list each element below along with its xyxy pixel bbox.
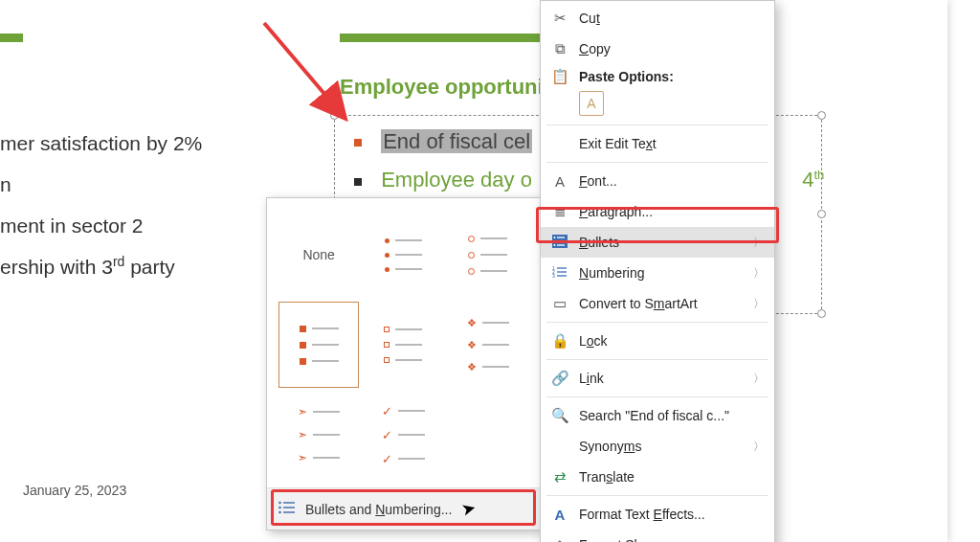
gallery-footer-label: Bullets and Numbering... [305,502,452,517]
lock-icon: 🔒 [550,332,569,350]
section-title: Employee opportuni [340,75,544,100]
bullets-grid: None ❖ ❖ ❖ ➣ ➣ ➣ [267,198,540,482]
left-list-item: ment in sector 2 [0,205,202,246]
separator [546,495,768,496]
ctx-translate[interactable]: ⇄ Translate [541,462,774,492]
bullets-gallery[interactable]: None ❖ ❖ ❖ ➣ ➣ ➣ [266,197,541,531]
bullet-option-hollow-square[interactable] [363,302,443,388]
left-bullet-list: mer satisfaction by 2% n ment in sector … [0,123,202,287]
ctx-link[interactable]: 🔗 Link 〉 [541,363,774,394]
separator [546,162,768,163]
submenu-arrow-icon: 〉 [753,265,765,282]
ctx-text-effects[interactable]: A Format Text Effects... [541,499,774,530]
ctx-exit-edit-text[interactable]: Exit Edit Text [541,128,774,159]
paragraph-icon: ≣ [550,203,569,220]
ctx-paragraph[interactable]: ≣ Paragraph... [541,196,774,227]
format-shape-icon: ◇ [550,536,569,542]
bullets-list-icon [278,501,296,517]
svg-text:3: 3 [552,273,555,279]
smartart-icon: ▭ [550,295,569,312]
clipboard-icon: 📋 [550,68,569,85]
none-label: None [302,247,334,262]
selected-text[interactable]: End of fiscal cel [381,129,532,153]
ctx-search[interactable]: 🔍 Search "End of fiscal c..." [541,400,774,431]
ordinal-suffix: th [813,168,824,182]
scissors-icon: ✂ [550,10,569,27]
submenu-arrow-icon: 〉 [753,371,765,387]
svg-line-0 [264,23,341,113]
separator [546,396,768,397]
search-icon: 🔍 [550,407,569,424]
separator [546,322,768,323]
slide-date: January 25, 2023 [23,483,126,498]
submenu-arrow-icon: 〉 [753,439,765,455]
bullet-text[interactable]: Employee day o [381,168,532,192]
bullet-option-diamonds[interactable]: ❖ ❖ ❖ [448,302,528,388]
bullet-option-empty[interactable] [448,392,528,478]
left-list-item: n [0,164,202,205]
ordinal-suffix: rd [113,254,124,269]
submenu-arrow-icon: 〉 [753,235,765,251]
resize-handle[interactable] [817,210,826,218]
svg-point-11 [554,237,556,238]
paste-option-keep-text[interactable]: A [579,91,604,116]
separator [546,124,768,125]
ctx-bullets[interactable]: Bullets 〉 [541,227,774,258]
ctx-smartart[interactable]: ▭ Convert to SmartArt 〉 [541,288,774,319]
left-list-item: ership with 3rd party [0,246,202,287]
svg-point-6 [278,511,281,514]
resize-handle[interactable] [817,309,826,318]
bullet-option-circle[interactable] [448,212,528,298]
svg-point-13 [554,244,556,246]
bullet-option-check[interactable]: ✓ ✓ ✓ [363,392,443,478]
svg-point-5 [278,507,281,509]
bullet-marker-square-black [354,178,362,186]
bullet-text[interactable]: 4 [802,168,813,192]
translate-icon: ⇄ [550,468,569,486]
bullet-marker-square-orange [354,139,362,147]
left-list-item: mer satisfaction by 2% [0,123,202,164]
resize-handle[interactable] [817,111,826,120]
svg-point-12 [554,240,556,242]
bullet-item[interactable]: End of fiscal cel [354,129,532,154]
ctx-numbering[interactable]: 123 Numbering 〉 [541,258,774,288]
ctx-synonyms[interactable]: Synonyms 〉 [541,431,774,462]
font-icon: A [550,173,569,190]
context-menu[interactable]: ✂ Cut ⧉ Copy 📋 Paste Options: A Exit Edi… [540,0,775,542]
copy-icon: ⧉ [550,40,569,57]
text-effects-icon: A [550,507,569,523]
annotation-arrow [256,17,362,123]
svg-point-4 [278,502,281,505]
ctx-paste-options: A [541,89,774,122]
ctx-copy[interactable]: ⧉ Copy [541,34,774,64]
left-list-text: ership with 3 [0,256,113,278]
accent-bar-left [0,34,23,42]
bullet-option-arrow[interactable]: ➣ ➣ ➣ [278,392,359,478]
bullets-icon [550,235,569,251]
ctx-paste-header: 📋 Paste Options: [541,64,774,89]
ctx-lock[interactable]: 🔒 Lock [541,326,774,356]
bullet-option-none[interactable]: None [278,212,359,298]
bullet-option-filled-square[interactable] [278,302,359,388]
bullet-option-dot[interactable] [363,212,443,298]
ctx-format-shape[interactable]: ◇ Format Shape... [541,530,774,542]
accent-bar-right [340,34,541,42]
ctx-font[interactable]: A Font... [541,166,774,196]
left-list-text: party [124,256,175,278]
bullets-and-numbering-button[interactable]: Bullets and Numbering... [267,487,540,530]
link-icon: 🔗 [550,370,569,387]
numbering-icon: 123 [550,265,569,282]
separator [546,359,768,360]
ctx-cut[interactable]: ✂ Cut [541,3,774,34]
submenu-arrow-icon: 〉 [753,296,765,312]
